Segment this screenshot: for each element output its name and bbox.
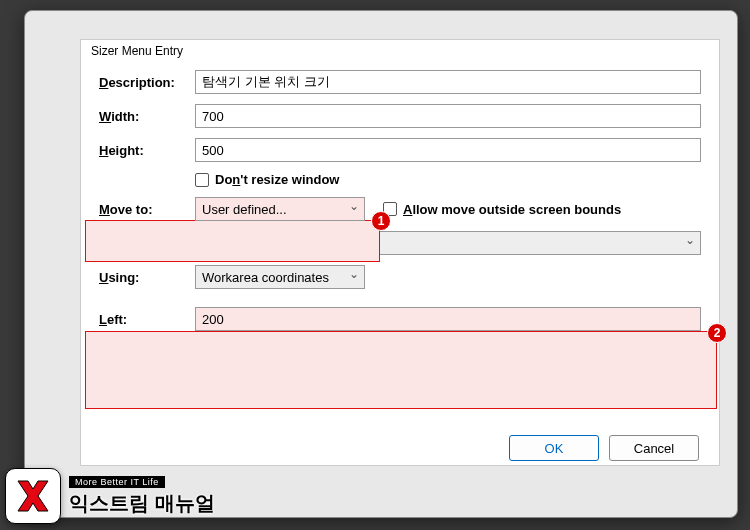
dialog-content: Description: Width: Height: Don't resize… (81, 64, 719, 425)
row-relative-to: Relative to: Active monitor (99, 231, 701, 255)
ctrl-label: Ctrl (284, 381, 306, 396)
allow-outside-group[interactable]: Allow move outside screen bounds (383, 202, 621, 217)
alt-group[interactable]: Alt (370, 381, 407, 396)
label-using: Using: (99, 270, 195, 285)
dont-resize-checkbox[interactable] (195, 173, 209, 187)
annotation-badge-1: 1 (371, 211, 391, 231)
label-description: Description: (99, 75, 195, 90)
logo-slogan: More Better IT Life (69, 476, 165, 488)
alt-label: Alt (390, 381, 407, 396)
height-input[interactable] (195, 138, 701, 162)
width-input[interactable] (195, 104, 701, 128)
ctrl-group[interactable]: Ctrl (264, 381, 306, 396)
annotation-badge-2: 2 (707, 323, 727, 343)
dont-resize-checkbox-group[interactable]: Don't resize window (195, 172, 339, 187)
win-label: Win (336, 381, 360, 396)
label-move-to: Move to: (99, 202, 195, 217)
shortcut-key-input[interactable] (417, 376, 527, 400)
row-height: Height: (99, 138, 701, 162)
win-group[interactable]: Win (316, 381, 360, 396)
description-input[interactable] (195, 70, 701, 94)
logo-mark (5, 468, 61, 524)
label-top: Top: (99, 346, 195, 361)
row-left: Left: (99, 307, 701, 331)
logo-text: More Better IT Life 익스트림 매뉴얼 (69, 476, 215, 517)
row-shortcut: Shortcut key: Shift Ctrl Win Alt (99, 375, 701, 401)
ctrl-checkbox[interactable] (264, 381, 278, 395)
move-to-select[interactable]: User defined... (195, 197, 365, 221)
using-select[interactable]: Workarea coordinates (195, 265, 365, 289)
logo-x-icon (13, 476, 53, 516)
win-checkbox[interactable] (316, 381, 330, 395)
row-width: Width: (99, 104, 701, 128)
shift-checkbox[interactable] (205, 381, 219, 395)
label-shortcut: Shortcut key: (99, 381, 195, 396)
shift-group[interactable]: Shift (205, 381, 254, 396)
watermark-logo: More Better IT Life 익스트림 매뉴얼 (5, 468, 215, 524)
allow-outside-label: Allow move outside screen bounds (403, 202, 621, 217)
dialog: Sizer Menu Entry Description: Width: Hei… (80, 39, 720, 466)
label-relative-to: Relative to: (99, 236, 195, 251)
label-left: Left: (99, 312, 195, 327)
label-width: Width: (99, 109, 195, 124)
relative-to-select[interactable]: Active monitor (195, 231, 701, 255)
dialog-buttons: OK Cancel (81, 425, 719, 465)
row-description: Description: (99, 70, 701, 94)
cancel-button[interactable]: Cancel (609, 435, 699, 461)
logo-name: 익스트림 매뉴얼 (69, 490, 215, 517)
window-title: Sizer Menu Entry (81, 40, 719, 64)
row-top: Top: (99, 341, 701, 365)
dont-resize-label: Don't resize window (215, 172, 339, 187)
row-dont-resize: Don't resize window (99, 172, 701, 187)
ok-button[interactable]: OK (509, 435, 599, 461)
row-move-to: Move to: User defined... Allow move outs… (99, 197, 701, 221)
left-input[interactable] (195, 307, 701, 331)
clear-key-button[interactable]: Clear Key (537, 375, 619, 401)
label-height: Height: (99, 143, 195, 158)
shift-label: Shift (225, 381, 254, 396)
row-using: Using: Workarea coordinates (99, 265, 701, 289)
outer-frame: Sizer Menu Entry Description: Width: Hei… (24, 10, 738, 518)
alt-checkbox[interactable] (370, 381, 384, 395)
top-input[interactable] (195, 341, 701, 365)
